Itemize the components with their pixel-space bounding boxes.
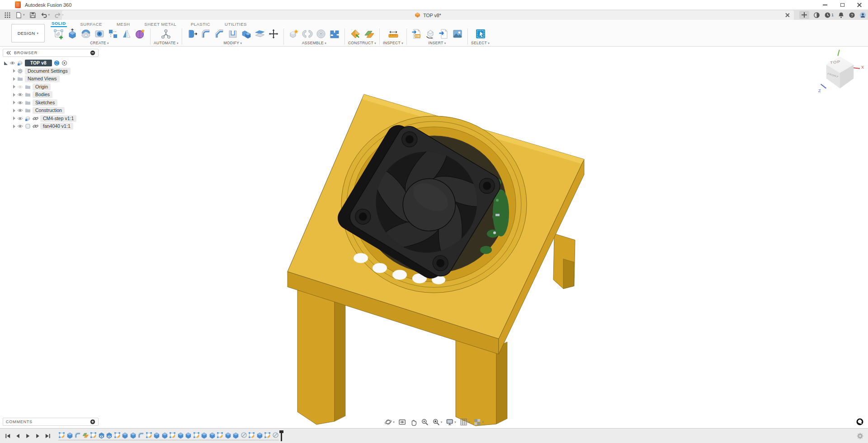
help-button[interactable]: ? — [849, 12, 855, 19]
browser-item-cm4-step-v1-1[interactable]: CM4-step v1:1 — [4, 115, 99, 123]
visibility-eye-icon[interactable] — [17, 116, 23, 121]
extensions-button[interactable] — [813, 12, 820, 19]
timeline-feature-extrude-26[interactable] — [256, 432, 263, 438]
as-built-joint-button[interactable] — [315, 28, 327, 40]
viewport[interactable]: BROWSER TOP v8Document SettingsNamed Vie… — [0, 47, 868, 428]
expand-icon[interactable] — [13, 101, 15, 104]
form-button[interactable] — [134, 28, 146, 40]
redo-button[interactable] — [53, 11, 65, 19]
timeline-feature-sketch-27[interactable] — [264, 432, 271, 438]
joint-button[interactable] — [302, 28, 313, 40]
timeline-feature-extrude-9[interactable] — [122, 432, 128, 438]
timeline-feature-hole-7[interactable] — [106, 432, 113, 438]
browser-item-sketches[interactable]: Sketches — [4, 99, 99, 107]
group-label-create[interactable]: CREATE — [90, 41, 109, 45]
timeline-feature-pattern-28[interactable] — [272, 432, 279, 438]
offset-plane-button[interactable] — [363, 28, 375, 40]
press-pull-button[interactable] — [186, 28, 198, 40]
panel-collapse-icon[interactable] — [6, 50, 11, 56]
activate-target-icon[interactable] — [61, 60, 67, 66]
maximize-button[interactable] — [834, 0, 851, 10]
visibility-eye-icon[interactable] — [17, 92, 23, 98]
plane-button[interactable] — [349, 28, 361, 40]
timeline-feature-sketch-5[interactable] — [90, 432, 97, 438]
new-tab-button[interactable] — [799, 11, 809, 19]
comments-add-icon[interactable] — [90, 419, 95, 424]
ribbon-tab-solid[interactable]: SOLID — [51, 21, 67, 27]
timeline-feature-extrude-10[interactable] — [130, 432, 137, 438]
expand-icon[interactable] — [4, 61, 8, 65]
browser-header[interactable]: BROWSER — [3, 49, 99, 57]
insert-mesh-button[interactable] — [425, 28, 436, 40]
display-settings-button[interactable] — [446, 418, 456, 426]
timeline-settings-gear-icon[interactable] — [857, 433, 863, 439]
pattern-button[interactable] — [107, 28, 119, 40]
comments-header[interactable]: COMMENTS — [3, 418, 99, 426]
save-button[interactable] — [28, 11, 38, 19]
group-label-modify[interactable]: MODIFY — [223, 41, 242, 45]
look-at-button[interactable] — [398, 418, 406, 426]
hole-button[interactable] — [94, 28, 105, 40]
feedback-icon[interactable] — [856, 418, 863, 425]
timeline-feature-extrude-16[interactable] — [177, 432, 184, 438]
close-button[interactable] — [851, 0, 868, 10]
browser-root-row[interactable]: TOP v8 — [4, 59, 99, 67]
browser-item-construction[interactable]: Construction — [4, 107, 99, 115]
app-grid-button[interactable] — [3, 11, 12, 19]
visibility-eye-icon[interactable] — [17, 100, 23, 106]
minimize-button[interactable] — [816, 0, 834, 10]
timeline-feature-extrude-13[interactable] — [153, 432, 160, 438]
create-sketch-button[interactable] — [53, 28, 65, 40]
browser-item-document-settings[interactable]: Document Settings — [4, 67, 99, 75]
design-workspace-dropdown[interactable]: DESIGN — [11, 24, 45, 42]
move-button[interactable] — [268, 28, 279, 40]
tab-close-icon[interactable] — [785, 13, 790, 18]
timeline-step-forward-button[interactable] — [34, 433, 41, 439]
timeline-feature-extrude-19[interactable] — [201, 432, 208, 438]
timeline-feature-fillet-11[interactable] — [137, 432, 144, 438]
profile-button[interactable] — [859, 12, 866, 19]
browser-item-origin[interactable]: Origin — [4, 83, 99, 91]
browser-item-fan4040-v1-1[interactable]: fan4040 v1:1 — [4, 122, 99, 131]
timeline-feature-extrude-22[interactable] — [225, 432, 231, 438]
timeline-feature-extrude-23[interactable] — [232, 432, 239, 438]
derive-button[interactable] — [438, 28, 450, 40]
expand-icon[interactable] — [13, 93, 15, 97]
fit-button[interactable] — [432, 418, 443, 426]
visibility-eye-icon[interactable] — [17, 84, 23, 90]
rigid-group-button[interactable] — [329, 28, 340, 40]
ribbon-tab-plastic[interactable]: PLASTIC — [190, 22, 211, 27]
group-label-insert[interactable]: INSERT — [429, 41, 446, 45]
canvas-button[interactable] — [452, 28, 463, 40]
viewport-canvas[interactable] — [0, 47, 868, 428]
timeline-feature-sketch-8[interactable] — [114, 432, 121, 438]
mirror-button[interactable] — [121, 28, 132, 40]
timeline-position-marker[interactable] — [281, 430, 282, 441]
view-cube[interactable]: TOP FRONT X Z — [819, 50, 861, 97]
timeline-feature-hole-6[interactable] — [98, 432, 105, 438]
insert-svg-button[interactable] — [411, 28, 423, 40]
group-label-automate[interactable]: AUTOMATE — [154, 41, 179, 45]
visibility-eye-icon[interactable] — [17, 123, 23, 129]
measure-button[interactable] — [387, 28, 399, 40]
timeline-feature-sketch-12[interactable] — [146, 432, 152, 438]
group-label-assemble[interactable]: ASSEMBLE — [302, 41, 326, 45]
extrude-button[interactable] — [66, 28, 78, 40]
split-button[interactable] — [254, 28, 266, 40]
expand-icon[interactable] — [13, 125, 15, 128]
visibility-eye-icon[interactable] — [17, 107, 23, 113]
ribbon-tab-surface[interactable]: SURFACE — [80, 22, 103, 27]
pan-button[interactable] — [410, 418, 417, 426]
fillet-button[interactable] — [200, 28, 212, 40]
browser-options-icon[interactable] — [90, 50, 95, 56]
timeline-step-back-button[interactable] — [14, 433, 21, 439]
viewports-button[interactable] — [473, 418, 484, 426]
expand-icon[interactable] — [13, 69, 15, 73]
ribbon-tab-mesh[interactable]: MESH — [116, 22, 131, 27]
revolve-button[interactable] — [80, 28, 92, 40]
timeline-feature-pattern-24[interactable] — [241, 432, 247, 438]
browser-item-named-views[interactable]: Named Views — [4, 75, 99, 83]
group-label-select[interactable]: SELECT — [471, 41, 490, 45]
expand-icon[interactable] — [13, 109, 15, 112]
file-menu-button[interactable] — [14, 11, 26, 19]
